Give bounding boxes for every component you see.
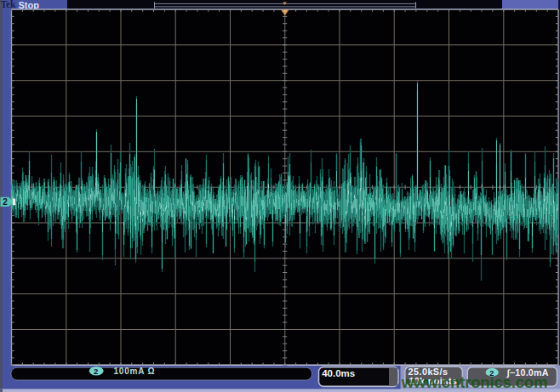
svg-text:2: 2 [94, 366, 98, 376]
svg-text:Tek: Tek [1, 0, 16, 9]
svg-text:2: 2 [3, 197, 8, 207]
svg-text:Stop: Stop [19, 0, 40, 10]
svg-text:www.cntronics.com: www.cntronics.com [401, 373, 548, 391]
svg-text:40.0ms: 40.0ms [322, 368, 355, 378]
svg-text:100mA Ω: 100mA Ω [114, 366, 156, 376]
